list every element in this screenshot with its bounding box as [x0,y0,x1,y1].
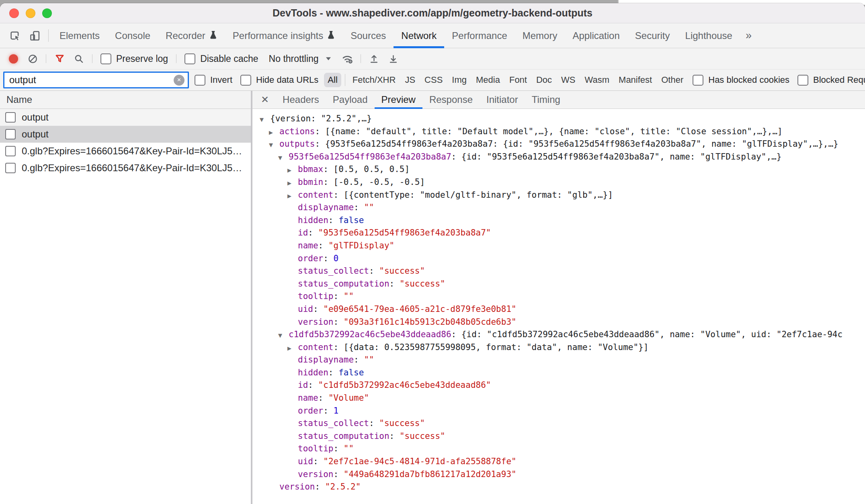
preview-tree-row[interactable]: tooltip: "" [252,443,865,455]
request-checkbox[interactable] [5,146,16,156]
preview-tree-row[interactable]: ▶bbmin: [-0.5, -0.5, -0.5] [252,176,865,189]
tab-recorder[interactable]: Recorder [158,23,225,48]
preview-tree-row[interactable]: hidden: false [252,367,865,379]
clear-network-log-button[interactable] [23,49,42,68]
preview-tree-row[interactable]: hidden: false [252,214,865,227]
request-checkbox[interactable] [5,163,16,173]
preview-tree-row[interactable]: version: "2.5.2" [252,481,865,494]
tab-security[interactable]: Security [627,23,678,48]
preview-tree-row[interactable]: ▼{version: "2.5.2",…} [252,113,865,125]
disclosure-triangle-icon[interactable]: ▼ [260,113,270,125]
preview-tree-row[interactable]: status_collect: "success" [252,417,865,430]
close-window-button[interactable] [9,8,19,18]
throttling-select[interactable]: No throttling [263,53,337,64]
zoom-window-button[interactable] [42,8,52,18]
preview-tree-row[interactable]: displayname: "" [252,354,865,367]
disclosure-triangle-icon[interactable]: ▶ [287,190,298,202]
disclosure-triangle-icon[interactable]: ▶ [269,126,279,138]
tab-elements[interactable]: Elements [52,23,107,48]
filter-type-img[interactable]: Img [448,73,470,87]
preview-tree-row[interactable]: order: 1 [252,405,865,418]
preserve-log-checkbox[interactable] [100,53,111,64]
has-blocked-cookies-checkbox[interactable] [693,75,703,86]
preview-tree-row[interactable]: version: "449a648291da7bfb861217a12d201a… [252,468,865,481]
close-detail-button[interactable]: ✕ [254,91,276,109]
filter-type-js[interactable]: JS [401,73,419,87]
preview-tree-row[interactable]: ▼outputs: {953f5e6a125d54ff9863ef4a203ba… [252,138,865,151]
record-network-log-button[interactable] [4,49,23,68]
invert-checkbox[interactable] [195,75,205,86]
preview-tree-row[interactable]: tooltip: "" [252,290,865,303]
filter-type-doc[interactable]: Doc [533,73,555,87]
disable-cache-toggle[interactable]: Disable cache [180,53,262,64]
detail-tab-headers[interactable]: Headers [276,91,326,109]
tab-performance-insights[interactable]: Performance insights [225,23,343,48]
disclosure-triangle-icon[interactable]: ▼ [269,139,279,151]
preview-tree-row[interactable]: status_collect: "success" [252,265,865,278]
preview-tree-row[interactable]: uid: "e09e6541-79ea-4605-a21c-d879fe3e0b… [252,303,865,316]
disclosure-triangle-icon[interactable]: ▼ [278,152,289,164]
disclosure-triangle-icon[interactable]: ▼ [278,329,289,341]
filter-input[interactable]: output × [3,72,189,88]
preserve-log-toggle[interactable]: Preserve log [96,53,172,64]
detail-tab-response[interactable]: Response [422,91,480,109]
request-checkbox[interactable] [5,112,16,123]
tab-application[interactable]: Application [565,23,627,48]
tab-console[interactable]: Console [107,23,158,48]
more-tabs-button[interactable]: » [740,23,757,48]
blocked-requests-checkbox[interactable] [797,75,808,86]
preview-tree-row[interactable]: ▶actions: [{name: "default", title: "Def… [252,125,865,138]
preview-tree-row[interactable]: ▼c1dfd5b372992ac46c5ebe43ddeaad86: {id: … [252,328,865,341]
hide-data-urls-checkbox[interactable] [240,75,251,86]
disclosure-triangle-icon[interactable]: ▶ [287,177,298,189]
request-row[interactable]: 0.glb?Expires=1666015647&Key-Pair-Id=K30… [0,160,251,176]
filter-type-ws[interactable]: WS [558,73,579,87]
filter-toggle-button[interactable] [50,49,69,68]
request-row[interactable]: output [0,109,251,126]
filter-type-media[interactable]: Media [472,73,504,87]
tab-network[interactable]: Network [394,23,444,48]
filter-type-manifest[interactable]: Manifest [615,73,656,87]
preview-tree-row[interactable]: uid: "2ef7c1ae-94c5-4814-971d-afa2558878… [252,455,865,468]
filter-type-font[interactable]: Font [506,73,531,87]
tab-sources[interactable]: Sources [343,23,394,48]
preview-tree-row[interactable]: ▶content: [{data: 0.5235987755998095, fo… [252,341,865,354]
preview-tree-row[interactable]: id: "953f5e6a125d54ff9863ef4a203ba8a7" [252,227,865,240]
preview-tree-row[interactable]: status_computation: "success" [252,278,865,291]
request-checkbox[interactable] [5,129,16,139]
filter-type-fetch-xhr[interactable]: Fetch/XHR [349,73,400,87]
tab-lighthouse[interactable]: Lighthouse [678,23,740,48]
preview-tree-row[interactable]: displayname: "" [252,201,865,214]
import-har-button[interactable] [365,49,383,68]
tab-memory[interactable]: Memory [515,23,565,48]
detail-tab-payload[interactable]: Payload [326,91,375,109]
invert-filter-toggle[interactable]: Invert [192,75,235,86]
disclosure-triangle-icon[interactable]: ▶ [287,164,298,176]
disable-cache-checkbox[interactable] [184,53,195,64]
preview-tree-row[interactable]: ▶bbmax: [0.5, 0.5, 0.5] [252,163,865,176]
filter-type-all[interactable]: All [324,73,341,87]
tab-performance[interactable]: Performance [444,23,514,48]
request-row[interactable]: output [0,126,251,143]
preview-tree-row[interactable]: ▼953f5e6a125d54ff9863ef4a203ba8a7: {id: … [252,151,865,164]
blocked-requests-toggle[interactable]: Blocked Requests [795,75,865,86]
minimize-window-button[interactable] [26,8,35,18]
hide-data-urls-toggle[interactable]: Hide data URLs [238,75,321,86]
detail-tab-initiator[interactable]: Initiator [480,91,525,109]
request-row[interactable]: 0.glb?Expires=1666015647&Key-Pair-Id=K30… [0,143,251,160]
preview-tree-row[interactable]: status_computation: "success" [252,430,865,443]
network-conditions-button[interactable] [338,49,357,68]
device-toolbar-button[interactable] [25,23,45,48]
name-column-header[interactable]: Name [0,91,251,109]
filter-type-other[interactable]: Other [658,73,687,87]
detail-tab-timing[interactable]: Timing [525,91,567,109]
search-network-button[interactable] [70,49,88,68]
export-har-button[interactable] [384,49,403,68]
preview-tree-row[interactable]: name: "glTFDisplay" [252,240,865,252]
preview-tree-row[interactable]: version: "093a3f161c14b5913c2b048b05cde6… [252,316,865,329]
preview-tree-row[interactable]: id: "c1dfd5b372992ac46c5ebe43ddeaad86" [252,379,865,392]
preview-tree-row[interactable]: ▶content: [{contentType: "model/gltf-bin… [252,189,865,202]
clear-filter-icon[interactable]: × [174,75,184,86]
preview-tree-row[interactable]: order: 0 [252,252,865,265]
disclosure-triangle-icon[interactable]: ▶ [287,342,298,354]
